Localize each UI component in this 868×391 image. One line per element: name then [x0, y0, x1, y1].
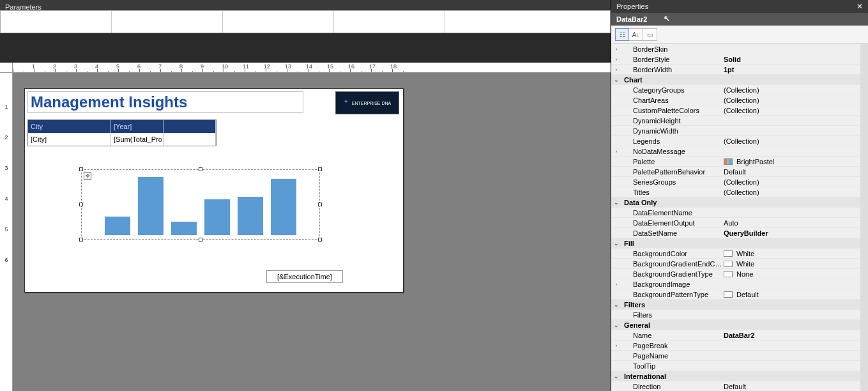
property-row[interactable]: ›BorderSkin	[611, 44, 860, 54]
resize-handle[interactable]	[318, 167, 322, 171]
property-category-row[interactable]: ⌄Fill	[611, 238, 860, 249]
property-row[interactable]: DynamicHeight	[611, 116, 860, 126]
expand-icon[interactable]: ›	[611, 148, 621, 155]
resize-handle[interactable]	[318, 238, 322, 241]
property-row[interactable]: Titles(Collection)	[611, 187, 860, 197]
property-row[interactable]: ›BorderStyleSolid	[611, 54, 860, 65]
property-category-row[interactable]: ⌄Filters	[611, 300, 860, 310]
property-row[interactable]: BackgroundPatternTypeDefault	[611, 289, 860, 300]
property-category-row[interactable]: ⌄Chart	[611, 75, 860, 85]
expand-icon[interactable]: ›	[611, 342, 621, 349]
tablix-body-cell[interactable]	[164, 133, 216, 146]
property-row[interactable]: ›BackgroundImage	[611, 279, 860, 289]
parameters-grid[interactable]	[0, 10, 611, 33]
properties-scrollbar[interactable]	[860, 44, 868, 391]
selected-object-row[interactable]: DataBar2 ↖	[611, 13, 868, 26]
report-surface[interactable]: Management Insights ENTERPRISE DNA City …	[24, 88, 404, 293]
property-value[interactable]: (Collection)	[722, 137, 860, 145]
parameter-cell[interactable]	[334, 11, 445, 33]
property-row[interactable]: PalettePatternBehaviorDefault	[611, 167, 860, 177]
tablix-header-row[interactable]: City [Year]	[28, 120, 216, 133]
expand-icon[interactable]: ›	[611, 281, 621, 288]
property-row[interactable]: CustomPaletteColors(Collection)	[611, 105, 860, 116]
property-pages-button[interactable]: ▭	[643, 28, 657, 41]
property-value[interactable]: (Collection)	[722, 188, 860, 196]
property-row[interactable]: Filters	[611, 310, 860, 320]
property-row[interactable]: ›PageBreak	[611, 341, 860, 351]
property-value[interactable]: None	[722, 270, 860, 278]
property-row[interactable]: ToolTip	[611, 361, 860, 371]
property-row[interactable]: ›NoDataMessage	[611, 146, 860, 157]
property-row[interactable]: ›BorderWidth1pt	[611, 65, 860, 75]
property-row[interactable]: DataElementName	[611, 208, 860, 218]
property-value[interactable]: (Collection)	[722, 178, 860, 186]
databar-chart[interactable]: ✥	[81, 169, 320, 240]
tablix-body-cell[interactable]: [Sum(Total_Pro	[111, 133, 164, 146]
parameter-cell[interactable]	[223, 11, 334, 33]
tablix-header-cell[interactable]	[164, 120, 216, 133]
horizontal-ruler[interactable]: 123456789101112131415161718	[13, 63, 611, 73]
property-value[interactable]: BrightPastel	[722, 158, 860, 165]
design-canvas[interactable]: Management Insights ENTERPRISE DNA City …	[13, 73, 611, 391]
property-row[interactable]: Legends(Collection)	[611, 136, 860, 146]
categorized-view-button[interactable]: ☷	[615, 28, 629, 41]
logo-image[interactable]: ENTERPRISE DNA	[335, 91, 399, 114]
property-category-row[interactable]: ⌄International	[611, 371, 860, 381]
property-value[interactable]: (Collection)	[722, 107, 860, 114]
property-category-row[interactable]: ⌄Data Only	[611, 197, 860, 208]
property-grid[interactable]: ›BorderSkin›BorderStyleSolid›BorderWidth…	[611, 44, 860, 391]
collapse-icon[interactable]: ⌄	[611, 322, 621, 328]
property-value[interactable]: Solid	[722, 56, 860, 63]
property-value[interactable]: Default	[722, 168, 860, 176]
execution-time-textbox[interactable]: [&ExecutionTime]	[266, 270, 343, 283]
parameter-cell[interactable]	[1, 11, 112, 33]
resize-handle[interactable]	[318, 203, 322, 206]
move-handle-icon[interactable]: ✥	[84, 172, 91, 180]
property-value[interactable]: DataBar2	[722, 332, 860, 339]
resize-handle[interactable]	[199, 238, 202, 241]
collapse-icon[interactable]: ⌄	[611, 77, 621, 83]
resize-handle[interactable]	[79, 203, 83, 206]
close-icon[interactable]: ✕	[857, 2, 863, 11]
parameter-cell[interactable]	[112, 11, 223, 33]
property-value[interactable]: (Collection)	[722, 86, 860, 94]
property-value[interactable]: Default	[722, 291, 860, 298]
properties-panel-header[interactable]: Properties ✕	[611, 0, 868, 13]
property-row[interactable]: CategoryGroups(Collection)	[611, 85, 860, 95]
property-row[interactable]: DataElementOutputAuto	[611, 218, 860, 228]
property-value[interactable]: White	[722, 260, 860, 268]
expand-icon[interactable]: ›	[611, 66, 621, 73]
property-value[interactable]: Default	[722, 383, 860, 390]
collapse-icon[interactable]: ⌄	[611, 240, 621, 247]
property-value[interactable]: QueryBuilder	[722, 229, 860, 237]
expand-icon[interactable]: ›	[611, 46, 621, 52]
property-value[interactable]: (Collection)	[722, 96, 860, 104]
tablix-header-cell[interactable]: City	[28, 120, 111, 133]
property-row[interactable]: DynamicWidth	[611, 126, 860, 136]
property-row[interactable]: PaletteBrightPastel	[611, 157, 860, 167]
property-row[interactable]: BackgroundGradientEndColorWhite	[611, 259, 860, 269]
property-row[interactable]: SeriesGroups(Collection)	[611, 177, 860, 187]
resize-handle[interactable]	[79, 238, 83, 241]
vertical-ruler[interactable]: 123456	[0, 73, 13, 391]
collapse-icon[interactable]: ⌄	[611, 373, 621, 379]
expand-icon[interactable]: ›	[611, 56, 621, 63]
resize-handle[interactable]	[79, 167, 83, 171]
tablix[interactable]: City [Year] [City] [Sum(Total_Pro	[27, 119, 217, 146]
report-title-textbox[interactable]: Management Insights	[27, 91, 303, 113]
property-value[interactable]: 1pt	[722, 66, 860, 73]
collapse-icon[interactable]: ⌄	[611, 302, 621, 308]
property-row[interactable]: DirectionDefault	[611, 381, 860, 391]
resize-handle[interactable]	[199, 167, 202, 171]
property-row[interactable]: NameDataBar2	[611, 330, 860, 341]
property-value[interactable]: Auto	[722, 219, 860, 227]
property-row[interactable]: BackgroundGradientTypeNone	[611, 269, 860, 279]
property-row[interactable]: DataSetNameQueryBuilder	[611, 228, 860, 238]
collapse-icon[interactable]: ⌄	[611, 199, 621, 206]
property-category-row[interactable]: ⌄General	[611, 320, 860, 330]
tablix-header-cell[interactable]: [Year]	[111, 120, 164, 133]
property-row[interactable]: PageName	[611, 351, 860, 361]
property-row[interactable]: BackgroundColorWhite	[611, 249, 860, 259]
tablix-body-row[interactable]: [City] [Sum(Total_Pro	[28, 133, 216, 146]
tablix-body-cell[interactable]: [City]	[28, 133, 111, 146]
